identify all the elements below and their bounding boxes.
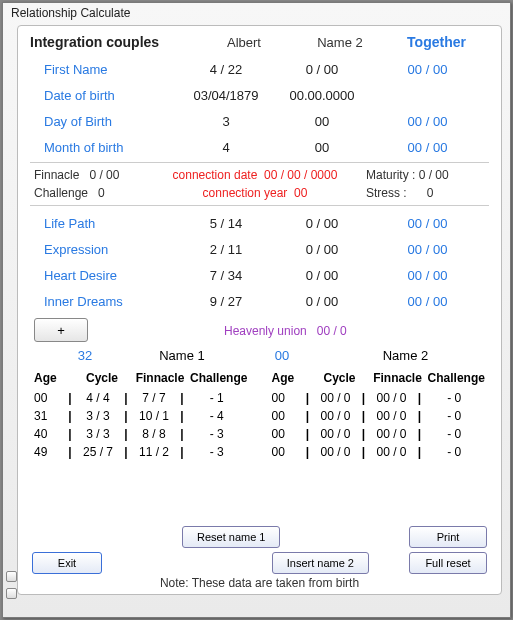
- row-first-name: First Name 4 / 22 0 / 00 00 / 00: [30, 56, 489, 82]
- header-name1: Albert: [198, 35, 290, 50]
- full-reset-button[interactable]: Full reset: [409, 552, 487, 574]
- separator-icon: |: [122, 427, 130, 441]
- day-c2: 00: [272, 114, 372, 129]
- cell-age: 00: [272, 427, 304, 441]
- separator-icon: |: [122, 445, 130, 459]
- cell-age: 00: [34, 391, 66, 405]
- tables: Age Cycle Finnacle Challenge 00|4 / 4|7 …: [30, 371, 489, 461]
- window-title: Relationship Calculate: [3, 3, 510, 23]
- window: Relationship Calculate Integration coupl…: [2, 2, 511, 618]
- plus-button[interactable]: +: [34, 318, 88, 342]
- table-2: Age Cycle Finnacle Challenge 00|00 / 0|0…: [272, 371, 486, 461]
- month-c3: 00 / 00: [372, 140, 489, 155]
- cell-age: 31: [34, 409, 66, 423]
- print-button[interactable]: Print: [409, 526, 487, 548]
- exit-button[interactable]: Exit: [32, 552, 102, 574]
- name-line: 32 Name 1 00 Name 2: [30, 348, 489, 363]
- table-row: 00|4 / 4|7 / 7|- 1: [34, 389, 248, 407]
- note-text: Note: These data are taken from birth: [18, 576, 501, 590]
- separator-icon: |: [304, 391, 312, 405]
- separator-icon: |: [122, 391, 130, 405]
- tiny-button-up[interactable]: [6, 571, 17, 582]
- table-row: 31|3 / 3|10 / 1|- 4: [34, 407, 248, 425]
- separator-icon: |: [416, 445, 424, 459]
- separator-icon: |: [360, 391, 368, 405]
- separator-icon: |: [416, 391, 424, 405]
- tiny-button-down[interactable]: [6, 588, 17, 599]
- inner-c3: 00 / 00: [372, 294, 489, 309]
- separator-icon: |: [66, 427, 74, 441]
- cell-challenge: - 3: [186, 445, 248, 459]
- cell-cycle: 3 / 3: [74, 409, 122, 423]
- row-heart: Heart Desire 7 / 34 0 / 00 00 / 00: [30, 262, 489, 288]
- header-together: Together: [390, 34, 489, 50]
- conn-date-label: connection date: [173, 168, 258, 182]
- day-c3: 00 / 00: [372, 114, 489, 129]
- cell-cycle: 00 / 0: [312, 427, 360, 441]
- row-month: Month of birth 4 00 00 / 00: [30, 134, 489, 160]
- finnacle-value: 0 / 00: [89, 168, 119, 182]
- cell-cycle: 4 / 4: [74, 391, 122, 405]
- separator-icon: |: [304, 409, 312, 423]
- label-day: Day of Birth: [30, 114, 180, 129]
- cell-challenge: - 3: [186, 427, 248, 441]
- separator-icon: |: [360, 427, 368, 441]
- th-age: Age: [272, 371, 312, 385]
- maturity-value: 0 / 00: [419, 168, 449, 182]
- header-name2: Name 2: [290, 35, 390, 50]
- cell-age: 40: [34, 427, 66, 441]
- table-row: 00|00 / 0|00 / 0|- 0: [272, 443, 486, 461]
- day-c1: 3: [180, 114, 272, 129]
- expression-c3: 00 / 00: [372, 242, 489, 257]
- cell-age: 00: [272, 409, 304, 423]
- cell-challenge: - 1: [186, 391, 248, 405]
- inner-c2: 0 / 00: [272, 294, 372, 309]
- expression-c2: 0 / 00: [272, 242, 372, 257]
- cell-cycle: 00 / 0: [312, 409, 360, 423]
- separator-icon: |: [360, 445, 368, 459]
- reset-name1-button[interactable]: Reset name 1: [182, 526, 280, 548]
- cell-challenge: - 0: [424, 409, 486, 423]
- name2-label: Name 2: [322, 348, 489, 363]
- maturity-label: Maturity :: [366, 168, 415, 182]
- separator-icon: |: [178, 391, 186, 405]
- stress-value: 0: [427, 186, 434, 200]
- label-heart: Heart Desire: [30, 268, 180, 283]
- separator-icon: |: [360, 409, 368, 423]
- header-row: Integration couples Albert Name 2 Togeth…: [30, 34, 489, 50]
- cell-finnacle: 8 / 8: [130, 427, 178, 441]
- th-challenge: Challenge: [428, 371, 486, 385]
- cell-cycle: 00 / 0: [312, 391, 360, 405]
- life-path-c2: 0 / 00: [272, 216, 372, 231]
- table-row: 00|00 / 0|00 / 0|- 0: [272, 425, 486, 443]
- th-finnacle: Finnacle: [130, 371, 190, 385]
- row-dob: Date of birth 03/04/1879 00.00.0000: [30, 82, 489, 108]
- stress-label: Stress :: [366, 186, 407, 200]
- insert-name2-button[interactable]: Insert name 2: [272, 552, 369, 574]
- cell-cycle: 3 / 3: [74, 427, 122, 441]
- month-c2: 00: [272, 140, 372, 155]
- separator-icon: |: [178, 427, 186, 441]
- label-life-path: Life Path: [30, 216, 180, 231]
- table-row: 00|00 / 0|00 / 0|- 0: [272, 407, 486, 425]
- th-cycle: Cycle: [74, 371, 130, 385]
- separator-icon: |: [304, 445, 312, 459]
- heart-c1: 7 / 34: [180, 268, 272, 283]
- row-day: Day of Birth 3 00 00 / 00: [30, 108, 489, 134]
- separator-icon: |: [122, 409, 130, 423]
- th-age: Age: [34, 371, 74, 385]
- cell-finnacle: 7 / 7: [130, 391, 178, 405]
- separator-icon: |: [66, 445, 74, 459]
- inner-c1: 9 / 27: [180, 294, 272, 309]
- cell-finnacle: 00 / 0: [368, 409, 416, 423]
- label-first-name: First Name: [30, 62, 180, 77]
- cell-finnacle: 11 / 2: [130, 445, 178, 459]
- conn-year-value: 00: [294, 186, 307, 200]
- separator-icon: |: [178, 445, 186, 459]
- label-month: Month of birth: [30, 140, 180, 155]
- label-inner: Inner Dreams: [30, 294, 180, 309]
- cell-age: 00: [272, 445, 304, 459]
- life-path-c1: 5 / 14: [180, 216, 272, 231]
- expression-c1: 2 / 11: [180, 242, 272, 257]
- first-name-c3: 00 / 00: [372, 62, 489, 77]
